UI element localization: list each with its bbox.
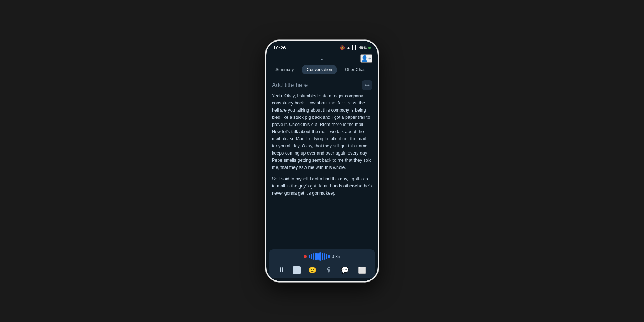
status-bar: 10:26 🔕 ▲ ▌▌ 49% — [266, 41, 378, 52]
recording-bar: 0:35 ⏸ 🙂 🎙 💬 ⬜ — [269, 249, 375, 278]
wave-bar-2 — [313, 253, 314, 260]
tabs-container: Summary Conversation Otter Chat T — [266, 64, 378, 77]
battery-dot — [368, 47, 371, 49]
wave-bar-0 — [309, 255, 310, 258]
chat-button[interactable]: 💬 — [340, 265, 350, 275]
transcript-scroll[interactable]: Yeah. Okay, I stumbled onto a major comp… — [266, 92, 378, 249]
tab-t[interactable]: T — [372, 65, 378, 74]
wave-bar-5 — [319, 252, 321, 261]
transcript-text: Yeah. Okay, I stumbled onto a major comp… — [272, 92, 372, 197]
mute-icon: 🔕 — [340, 45, 345, 50]
top-controls: ⌄ 👤+ — [266, 52, 378, 64]
add-person-button[interactable]: 👤+ — [360, 54, 372, 63]
wave-bar-6 — [322, 253, 323, 260]
waveform-row: 0:35 — [273, 252, 371, 261]
wave-bar-7 — [324, 253, 325, 260]
wave-bar-9 — [328, 255, 330, 258]
playback-controls: ⏸ 🙂 🎙 💬 ⬜ — [273, 263, 371, 277]
emoji-button[interactable]: 🙂 — [307, 265, 318, 275]
more-options-button[interactable]: ••• — [362, 80, 372, 90]
tab-otter-chat[interactable]: Otter Chat — [340, 65, 370, 74]
tab-summary[interactable]: Summary — [270, 65, 299, 74]
signal-icon: ▌▌ — [352, 45, 357, 50]
wave-bar-3 — [315, 253, 317, 260]
phone-screen: 10:26 🔕 ▲ ▌▌ 49% ⌄ 👤+ Summary Conversati… — [266, 41, 378, 281]
transcript-paragraph-1: Yeah. Okay, I stumbled onto a major comp… — [272, 92, 372, 171]
wave-bar-1 — [311, 254, 312, 259]
recording-dot — [304, 255, 307, 258]
wifi-icon: ▲ — [346, 45, 350, 50]
title-row: Add title here ••• — [266, 77, 378, 92]
recording-timer: 0:35 — [332, 254, 340, 259]
tab-conversation[interactable]: Conversation — [302, 65, 337, 74]
microphone-button[interactable]: 🎙 — [324, 265, 333, 275]
battery-text: 49% — [359, 45, 367, 50]
stop-button[interactable] — [293, 266, 301, 274]
status-time: 10:26 — [273, 45, 286, 50]
status-icons: 🔕 ▲ ▌▌ 49% — [340, 45, 371, 50]
note-title[interactable]: Add title here — [272, 82, 308, 89]
wave-bar-4 — [317, 253, 319, 260]
export-button[interactable]: ⬜ — [357, 265, 367, 275]
content-area: Add title here ••• Yeah. Okay, I stumble… — [266, 77, 378, 249]
pause-button[interactable]: ⏸ — [277, 264, 287, 275]
transcript-paragraph-2: So I said to myself I gotta find this gu… — [272, 175, 372, 197]
waveform — [309, 252, 330, 261]
chevron-down-icon[interactable]: ⌄ — [319, 54, 325, 62]
wave-bar-8 — [326, 254, 327, 259]
phone-frame: 10:26 🔕 ▲ ▌▌ 49% ⌄ 👤+ Summary Conversati… — [265, 39, 379, 283]
